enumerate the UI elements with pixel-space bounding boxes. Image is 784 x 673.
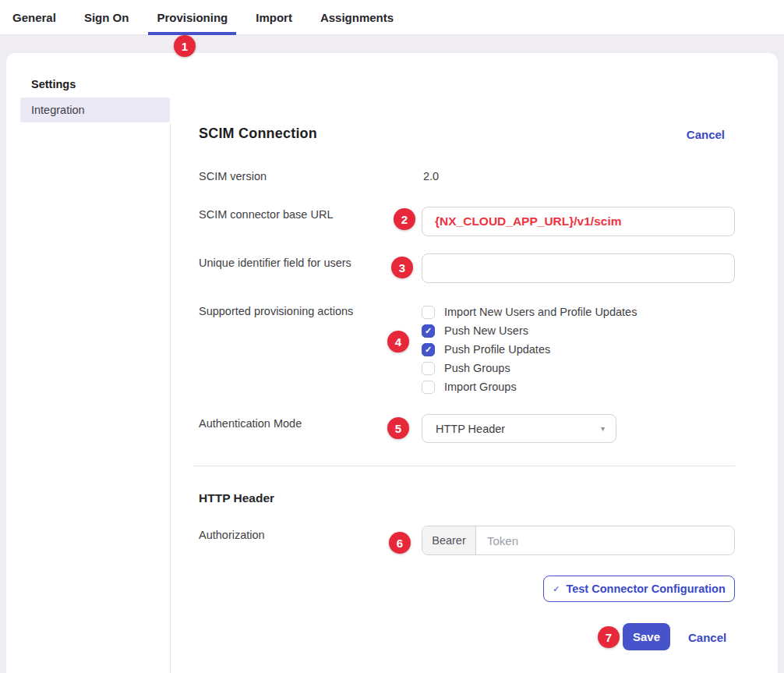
sidebar-item-integration[interactable]: Integration: [20, 97, 170, 122]
check-icon: ✓: [553, 584, 560, 594]
tab-import[interactable]: Import: [256, 0, 292, 34]
checkbox-label: Import Groups: [444, 381, 517, 393]
section-divider: [193, 466, 735, 466]
checkbox-row-import-users[interactable]: ✓ Import New Users and Profile Updates: [422, 303, 637, 321]
step-badge-6: 6: [389, 532, 411, 554]
authorization-label: Authorization: [199, 529, 265, 541]
save-button[interactable]: Save: [623, 623, 670, 650]
checkbox-label: Push Profile Updates: [444, 343, 550, 356]
sidebar-divider: [170, 123, 171, 673]
authorization-input-group: Bearer: [422, 526, 735, 555]
unique-identifier-label: Unique identifier field for users: [199, 257, 351, 269]
step-badge-5: 5: [387, 417, 409, 439]
provisioning-actions-label: Supported provisioning actions: [199, 305, 353, 317]
sidebar-header: Settings: [31, 78, 76, 90]
tab-assignments[interactable]: Assignments: [320, 0, 394, 34]
cancel-link-top[interactable]: Cancel: [687, 128, 725, 141]
token-input[interactable]: [476, 526, 734, 554]
tab-general-label: General: [12, 11, 56, 24]
check-icon: ✓: [425, 345, 432, 354]
bearer-prefix: Bearer: [422, 526, 476, 554]
tab-sign-on[interactable]: Sign On: [84, 0, 129, 34]
page-title: SCIM Connection: [199, 126, 317, 142]
cancel-link-bottom[interactable]: Cancel: [688, 631, 726, 644]
tab-provisioning-label: Provisioning: [157, 11, 228, 24]
auth-mode-select[interactable]: HTTP Header ▾: [422, 414, 616, 443]
step-badge-2: 2: [394, 208, 415, 230]
http-header-section-title: HTTP Header: [199, 491, 274, 505]
tab-import-label: Import: [256, 11, 292, 24]
tab-sign-on-label: Sign On: [84, 11, 129, 24]
tab-assignments-label: Assignments: [320, 11, 394, 24]
active-tab-underline: [148, 32, 236, 35]
base-url-input[interactable]: [422, 207, 735, 236]
checkbox-row-push-new-users[interactable]: ✓ Push New Users: [422, 321, 637, 340]
checkbox-label: Push Groups: [444, 362, 510, 374]
checkbox-push-new-users[interactable]: ✓: [422, 324, 435, 338]
scim-provisioning-page: General Sign On Provisioning Import Assi…: [0, 0, 784, 673]
checkbox-row-import-groups[interactable]: ✓ Import Groups: [422, 377, 637, 396]
checkbox-push-groups[interactable]: ✓: [422, 362, 435, 375]
check-icon: ✓: [425, 327, 432, 335]
step-badge-3: 3: [391, 257, 413, 278]
scim-version-label: SCIM version: [199, 170, 267, 182]
auth-mode-value: HTTP Header: [436, 423, 601, 435]
checkbox-label: Import New Users and Profile Updates: [444, 306, 637, 318]
checkbox-row-push-groups[interactable]: ✓ Push Groups: [422, 359, 637, 377]
checkbox-import-groups[interactable]: ✓: [422, 381, 435, 394]
scim-version-value: 2.0: [423, 170, 439, 182]
checkbox-row-push-profile-updates[interactable]: ✓ Push Profile Updates: [422, 340, 637, 359]
checkbox-push-profile-updates[interactable]: ✓: [422, 343, 435, 356]
step-badge-4: 4: [387, 331, 409, 352]
tab-general[interactable]: General: [12, 0, 56, 34]
unique-identifier-input[interactable]: [422, 253, 735, 283]
checkbox-label: Push New Users: [444, 324, 528, 337]
test-connector-button[interactable]: ✓ Test Connector Configuration: [543, 576, 735, 602]
app-tab-bar: General Sign On Provisioning Import Assi…: [0, 0, 784, 35]
sidebar-item-label: Integration: [31, 104, 85, 116]
checkbox-import-users[interactable]: ✓: [422, 306, 435, 319]
chevron-down-icon: ▾: [601, 424, 605, 433]
tab-provisioning[interactable]: Provisioning: [157, 0, 228, 34]
step-badge-1: 1: [174, 35, 196, 57]
provisioning-actions-group: ✓ Import New Users and Profile Updates ✓…: [422, 303, 637, 396]
step-badge-7: 7: [598, 626, 620, 648]
auth-mode-label: Authentication Mode: [199, 417, 302, 430]
provisioning-card: Settings Integration SCIM Connection Can…: [6, 53, 778, 673]
test-connector-label: Test Connector Configuration: [566, 583, 725, 595]
base-url-label: SCIM connector base URL: [199, 208, 333, 221]
